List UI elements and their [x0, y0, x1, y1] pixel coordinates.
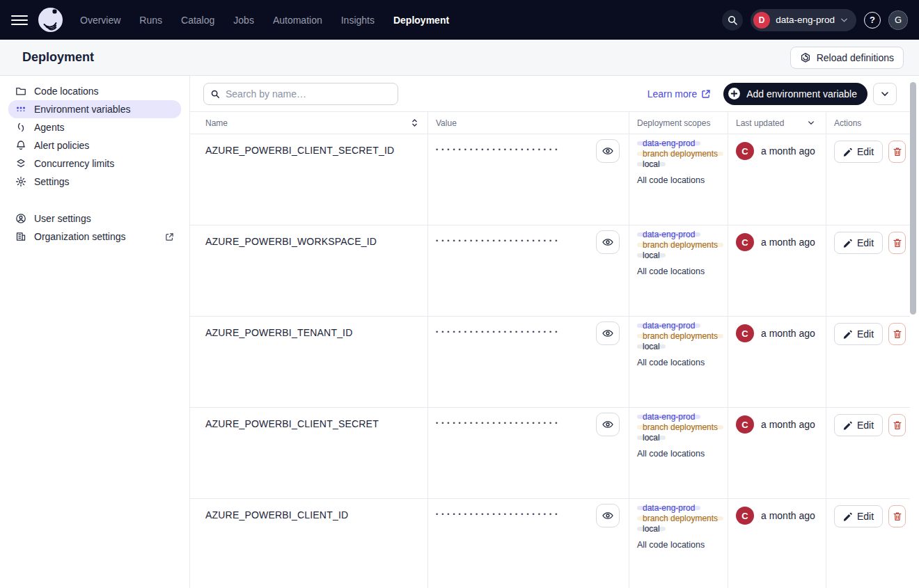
scope-chip: branch deployments — [637, 516, 723, 521]
user-avatar[interactable]: G — [888, 10, 908, 30]
external-link-icon — [701, 89, 711, 99]
delete-button[interactable] — [888, 505, 906, 527]
masked-value: •••••••••••••••••••••• — [436, 328, 560, 335]
eye-icon — [602, 327, 614, 340]
actions-cell: Edit — [826, 408, 910, 498]
sidebar-item-user-settings[interactable]: User settings — [8, 209, 181, 228]
external-link-icon — [165, 232, 174, 241]
sidebar-item-label: Agents — [34, 122, 65, 133]
delete-button[interactable] — [888, 232, 906, 254]
table-row: AZURE_POWERBI_CLIENT_SECRET_ID •••••••••… — [190, 134, 910, 225]
chevron-down-icon — [840, 17, 848, 23]
add-options-dropdown-button[interactable] — [873, 83, 897, 105]
edit-button[interactable]: Edit — [834, 414, 883, 436]
nav-item-automation[interactable]: Automation — [273, 15, 322, 26]
column-header-deployment-scopes: Deployment scopes — [629, 112, 728, 134]
agents-icon — [15, 122, 26, 133]
avatar: C — [736, 142, 754, 160]
search-icon — [210, 89, 220, 102]
scope-note: All code locations — [637, 449, 722, 459]
add-environment-variable-button[interactable]: Add environment variable — [723, 83, 867, 105]
scope-note: All code locations — [637, 358, 722, 367]
env-var-name: AZURE_POWERBI_TENANT_ID — [190, 317, 427, 407]
table-body: AZURE_POWERBI_CLIENT_SECRET_ID •••••••••… — [190, 134, 910, 588]
column-header-last-updated[interactable]: Last updated — [728, 112, 826, 134]
last-updated-cell: C a month ago — [728, 225, 826, 316]
deployment-name: data-eng-prod — [776, 15, 835, 25]
eye-icon — [602, 145, 614, 157]
env-var-value-cell: •••••••••••••••••••••• — [427, 408, 629, 498]
deployment-switcher[interactable]: D data-eng-prod — [751, 9, 856, 31]
bell-icon — [15, 140, 26, 151]
pencil-icon — [843, 421, 852, 430]
reveal-value-button[interactable] — [596, 413, 620, 436]
nav-item-insights[interactable]: Insights — [341, 15, 375, 26]
masked-value: •••••••••••••••••••••• — [436, 146, 560, 153]
scope-chip: data-eng-prod — [637, 141, 700, 145]
sidebar-item-label: User settings — [34, 213, 91, 224]
reveal-value-button[interactable] — [596, 504, 620, 527]
help-icon[interactable]: ? — [864, 12, 881, 29]
nav-item-deployment[interactable]: Deployment — [393, 15, 449, 26]
sidebar-item-alert-policies[interactable]: Alert policies — [8, 136, 181, 154]
reveal-value-button[interactable] — [596, 321, 620, 345]
reveal-value-button[interactable] — [596, 230, 620, 254]
trash-icon — [893, 238, 902, 248]
nav-item-catalog[interactable]: Catalog — [181, 15, 214, 26]
menu-icon[interactable] — [11, 12, 28, 29]
sidebar-item-organization-settings[interactable]: Organization settings — [8, 228, 181, 246]
scrollbar-thumb[interactable] — [910, 82, 916, 315]
env-var-name: AZURE_POWERBI_WORKSPACE_ID — [190, 225, 427, 316]
dagster-logo[interactable] — [38, 7, 63, 33]
reveal-value-button[interactable] — [596, 139, 620, 163]
env-vars-toolbar: Learn more Add environment variable — [190, 76, 919, 111]
eye-icon — [602, 236, 614, 248]
deployment-scopes-cell: data-eng-prodbranch deploymentslocal All… — [629, 225, 728, 316]
scope-note: All code locations — [637, 175, 722, 185]
sidebar-item-agents[interactable]: Agents — [8, 118, 181, 136]
env-vars-table: Name Value Deployment scopes Last update… — [190, 111, 910, 588]
delete-button[interactable] — [888, 141, 906, 163]
sidebar-item-code-locations[interactable]: Code locations — [8, 82, 181, 100]
edit-button[interactable]: Edit — [834, 141, 883, 163]
org-icon — [15, 231, 26, 242]
scope-chip: data-eng-prod — [637, 232, 700, 237]
masked-value: •••••••••••••••••••••• — [436, 237, 560, 244]
add-button-label: Add environment variable — [746, 88, 857, 100]
nav-item-overview[interactable]: Overview — [80, 15, 120, 26]
env-vars-panel: Learn more Add environment variable Name — [190, 76, 919, 588]
scope-chip: branch deployments — [637, 425, 723, 429]
edit-button[interactable]: Edit — [834, 505, 883, 527]
reload-definitions-button[interactable]: Reload definitions — [790, 47, 904, 69]
sidebar-item-label: Organization settings — [34, 231, 126, 242]
table-header: Name Value Deployment scopes Last update… — [190, 112, 910, 134]
learn-more-link[interactable]: Learn more — [647, 88, 712, 100]
scope-chip: data-eng-prod — [637, 506, 700, 510]
user-icon — [15, 213, 26, 224]
nav-item-runs[interactable]: Runs — [139, 15, 162, 26]
actions-cell: Edit — [826, 499, 910, 588]
delete-button[interactable] — [888, 414, 906, 436]
search-icon[interactable] — [722, 10, 743, 31]
sidebar-item-environment-variables[interactable]: Environment variables — [8, 100, 181, 118]
last-updated-text: a month ago — [761, 507, 815, 525]
avatar: C — [736, 324, 754, 342]
gear-icon — [15, 176, 26, 187]
edit-button[interactable]: Edit — [834, 323, 883, 345]
column-header-value: Value — [427, 112, 629, 134]
page-title: Deployment — [22, 50, 94, 65]
edit-button[interactable]: Edit — [834, 232, 883, 254]
column-header-name[interactable]: Name — [190, 112, 427, 134]
sidebar-item-settings[interactable]: Settings — [8, 173, 181, 191]
search-input[interactable] — [203, 83, 398, 105]
last-updated-text: a month ago — [761, 324, 815, 342]
sort-icon[interactable] — [411, 118, 418, 127]
actions-cell: Edit — [826, 134, 910, 225]
nav-item-jobs[interactable]: Jobs — [233, 15, 254, 26]
scope-chip: local — [637, 253, 666, 257]
sidebar-item-concurrency-limits[interactable]: Concurrency limits — [8, 154, 181, 173]
trash-icon — [893, 511, 902, 521]
actions-cell: Edit — [826, 225, 910, 316]
delete-button[interactable] — [888, 323, 906, 345]
table-row: AZURE_POWERBI_CLIENT_SECRET ••••••••••••… — [190, 408, 910, 499]
